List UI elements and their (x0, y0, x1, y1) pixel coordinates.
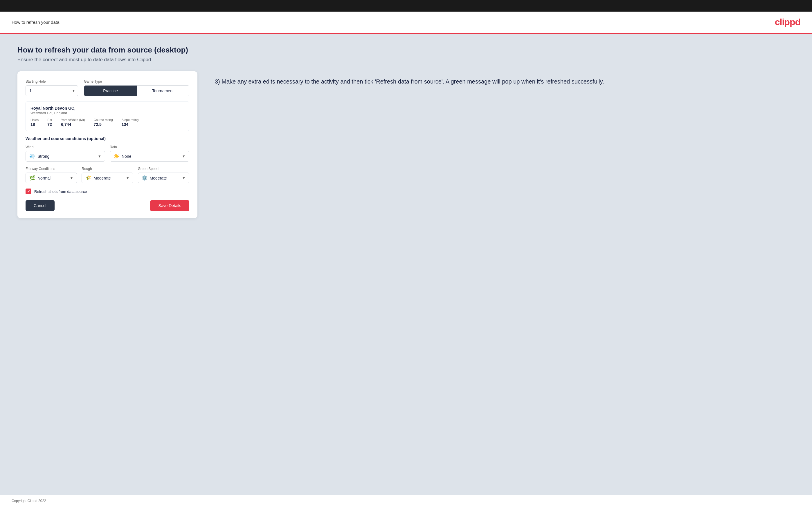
checkmark-icon: ✓ (27, 189, 30, 194)
copyright: Copyright Clippd 2022 (12, 499, 46, 503)
green-speed-icon: ⚙️ (142, 175, 148, 181)
form-card: Starting Hole 1 ▼ Game Type Practice Tou… (17, 71, 197, 218)
rain-group: Rain ☀️ None ▼ (110, 145, 189, 162)
right-panel-text: 3) Make any extra edits necessary to the… (215, 77, 795, 86)
tournament-button[interactable]: Tournament (137, 86, 189, 96)
course-name: Royal North Devon GC, (31, 106, 184, 111)
starting-hole-select-wrapper: 1 ▼ (26, 85, 78, 96)
stat-yards: Yards/White (M)) 6,744 (61, 118, 85, 127)
rough-select[interactable]: 🌾 Moderate ▼ (82, 173, 133, 183)
game-type-toggle: Practice Tournament (84, 85, 189, 96)
green-speed-label: Green Speed (138, 167, 189, 171)
button-row: Cancel Save Details (26, 200, 189, 211)
practice-button[interactable]: Practice (84, 86, 137, 96)
stat-par: Par 72 (47, 118, 52, 127)
slope-rating-value: 134 (122, 122, 139, 127)
course-rating-value: 72.5 (94, 122, 113, 127)
wind-select[interactable]: 💨 Strong ▼ (26, 151, 105, 162)
main-content: How to refresh your data from source (de… (0, 34, 812, 495)
course-location: Westward Ho!, England (31, 111, 184, 115)
save-button[interactable]: Save Details (150, 200, 189, 211)
content-area: Starting Hole 1 ▼ Game Type Practice Tou… (17, 71, 795, 218)
yards-value: 6,744 (61, 122, 85, 127)
rough-value: Moderate (94, 176, 123, 180)
rough-group: Rough 🌾 Moderate ▼ (82, 167, 133, 183)
stat-slope-rating: Slope rating 134 (122, 118, 139, 127)
rough-label: Rough (82, 167, 133, 171)
fairway-value: Normal (38, 176, 67, 180)
rain-arrow-icon: ▼ (182, 154, 186, 158)
course-info-box: Royal North Devon GC, Westward Ho!, Engl… (26, 102, 189, 131)
game-type-group: Game Type Practice Tournament (84, 79, 189, 96)
fairway-select[interactable]: 🌿 Normal ▼ (26, 173, 77, 183)
fairway-rough-green-row: Fairway Conditions 🌿 Normal ▼ Rough 🌾 Mo… (26, 167, 189, 183)
course-stats: Holes 18 Par 72 Yards/White (M)) 6,744 C… (31, 118, 184, 127)
stat-course-rating: Course rating 72.5 (94, 118, 113, 127)
logo: clippd (775, 17, 800, 27)
starting-hole-label: Starting Hole (26, 79, 78, 83)
wind-group: Wind 💨 Strong ▼ (26, 145, 105, 162)
par-value: 72 (47, 122, 52, 127)
form-row-top: Starting Hole 1 ▼ Game Type Practice Tou… (26, 79, 189, 96)
green-speed-group: Green Speed ⚙️ Moderate ▼ (138, 167, 189, 183)
rough-arrow-icon: ▼ (126, 176, 130, 180)
rain-label: Rain (110, 145, 189, 149)
green-speed-arrow-icon: ▼ (182, 176, 186, 180)
rain-icon: ☀️ (113, 154, 119, 159)
stat-holes: Holes 18 (31, 118, 39, 127)
right-panel: 3) Make any extra edits necessary to the… (209, 71, 795, 86)
top-bar (0, 0, 812, 12)
refresh-label: Refresh shots from data source (34, 189, 87, 194)
green-speed-select[interactable]: ⚙️ Moderate ▼ (138, 173, 189, 183)
wind-label: Wind (26, 145, 105, 149)
fairway-arrow-icon: ▼ (70, 176, 73, 180)
page-subheading: Ensure the correct and most up to date d… (17, 57, 795, 63)
starting-hole-select[interactable]: 1 (26, 85, 78, 96)
slope-rating-label: Slope rating (122, 118, 139, 121)
course-rating-label: Course rating (94, 118, 113, 121)
page-heading: How to refresh your data from source (de… (17, 46, 795, 55)
refresh-checkbox-row: ✓ Refresh shots from data source (26, 188, 189, 194)
fairway-icon: 🌿 (29, 175, 35, 181)
fairway-label: Fairway Conditions (26, 167, 77, 171)
header-title: How to refresh your data (12, 20, 59, 25)
weather-section-title: Weather and course conditions (optional) (26, 136, 189, 141)
refresh-checkbox[interactable]: ✓ (26, 188, 31, 194)
footer: Copyright Clippd 2022 (0, 495, 812, 507)
header: How to refresh your data clippd (0, 12, 812, 34)
holes-label: Holes (31, 118, 39, 121)
starting-hole-group: Starting Hole 1 ▼ (26, 79, 78, 96)
cancel-button[interactable]: Cancel (26, 200, 55, 211)
game-type-label: Game Type (84, 79, 189, 83)
rain-select[interactable]: ☀️ None ▼ (110, 151, 189, 162)
wind-rain-row: Wind 💨 Strong ▼ Rain ☀️ None ▼ (26, 145, 189, 162)
par-label: Par (47, 118, 52, 121)
green-speed-value: Moderate (150, 176, 180, 180)
fairway-group: Fairway Conditions 🌿 Normal ▼ (26, 167, 77, 183)
rain-value: None (122, 154, 180, 159)
wind-icon: 💨 (29, 154, 35, 159)
yards-label: Yards/White (M)) (61, 118, 85, 121)
wind-value: Strong (38, 154, 96, 159)
wind-arrow-icon: ▼ (98, 154, 101, 158)
holes-value: 18 (31, 122, 39, 127)
rough-icon: 🌾 (85, 175, 91, 181)
